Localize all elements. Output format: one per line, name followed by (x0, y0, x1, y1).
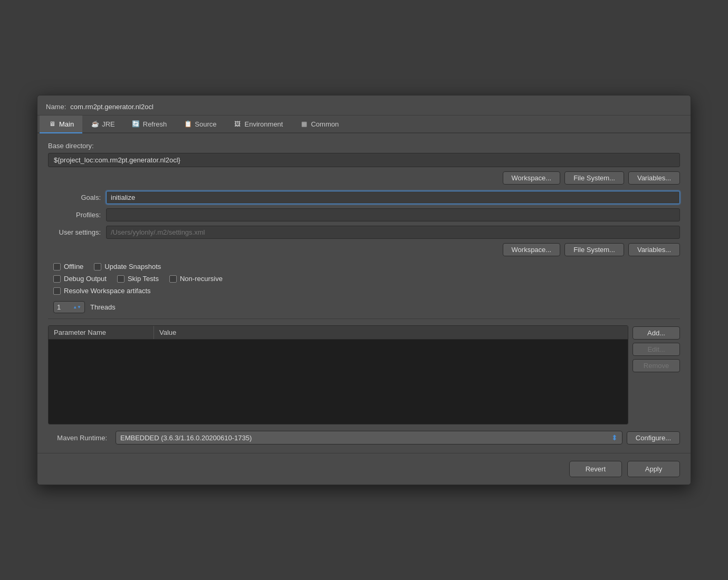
workspace-btn-1[interactable]: Workspace... (503, 171, 561, 185)
skip-tests-label: Skip Tests (128, 275, 159, 283)
update-snapshots-label: Update Snapshots (104, 263, 161, 270)
threads-row: 1 ▲▼ Threads (48, 301, 680, 313)
common-tab-icon: ▦ (300, 120, 308, 128)
tab-refresh-label: Refresh (143, 120, 167, 128)
revert-button[interactable]: Revert (569, 461, 622, 477)
debug-output-checkbox[interactable] (53, 275, 61, 283)
debug-output-checkbox-item[interactable]: Debug Output (53, 275, 107, 283)
base-dir-section: Base directory: (48, 142, 680, 167)
env-tab-icon: 🖼 (233, 120, 242, 128)
user-settings-row: User settings: (48, 226, 680, 239)
tab-env-label: Environment (244, 120, 283, 128)
tab-source-label: Source (195, 120, 216, 128)
resolve-workspace-checkbox-item[interactable]: Resolve Workspace artifacts (53, 287, 151, 295)
resolve-workspace-label: Resolve Workspace artifacts (64, 287, 151, 295)
config-name: com.rm2pt.generator.nl2ocl (70, 103, 154, 111)
goals-row: Goals: (48, 191, 680, 204)
tab-common-label: Common (311, 120, 339, 128)
maven-runtime-value: EMBEDDED (3.6.3/1.16.0.20200610-1735) (120, 434, 252, 442)
remove-param-btn[interactable]: Remove (633, 359, 680, 372)
add-param-btn[interactable]: Add... (633, 326, 680, 340)
edit-param-btn[interactable]: Edit... (633, 343, 680, 356)
maven-runtime-row: Maven Runtime: EMBEDDED (3.6.3/1.16.0.20… (48, 431, 680, 444)
skip-tests-checkbox[interactable] (117, 275, 124, 283)
file-system-btn-2[interactable]: File System... (564, 243, 624, 256)
goals-label: Goals: (48, 194, 106, 201)
variables-btn-1[interactable]: Variables... (628, 171, 680, 185)
configure-btn[interactable]: Configure... (627, 431, 680, 444)
workspace-btn-2[interactable]: Workspace... (503, 243, 561, 256)
param-table-body (49, 340, 628, 424)
source-tab-icon: 📋 (184, 120, 192, 128)
offline-label: Offline (64, 263, 83, 270)
param-table: Parameter Name Value (48, 325, 628, 424)
param-name-header: Parameter Name (49, 326, 154, 339)
user-settings-buttons: Workspace... File System... Variables... (48, 243, 680, 256)
jre-tab-icon: ☕ (91, 120, 99, 128)
content-area: Base directory: Workspace... File System… (37, 133, 691, 453)
tab-source[interactable]: 📋 Source (175, 115, 225, 133)
name-label: Name: (46, 103, 66, 111)
tabs-bar: 🖥 Main ☕ JRE 🔄 Refresh 📋 Source 🖼 Enviro… (37, 115, 691, 133)
spinner-arrows[interactable]: ▲▼ (73, 305, 81, 310)
tab-common[interactable]: ▦ Common (291, 115, 347, 133)
non-recursive-label: Non-recursive (180, 275, 223, 283)
base-dir-label: Base directory: (48, 142, 680, 150)
divider-1 (48, 318, 680, 319)
profiles-input[interactable] (106, 208, 680, 221)
threads-label: Threads (90, 303, 116, 311)
threads-spinner[interactable]: 1 ▲▼ (53, 301, 85, 313)
user-settings-label: User settings: (48, 228, 106, 236)
base-dir-buttons: Workspace... File System... Variables... (48, 171, 680, 185)
tab-environment[interactable]: 🖼 Environment (225, 115, 291, 133)
offline-checkbox[interactable] (53, 263, 61, 270)
update-snapshots-checkbox-item[interactable]: Update Snapshots (94, 263, 161, 270)
goals-input[interactable] (106, 191, 680, 204)
checkbox-row-2: Debug Output Skip Tests Non-recursive (53, 275, 680, 283)
checkbox-row-1: Offline Update Snapshots (53, 263, 680, 270)
skip-tests-checkbox-item[interactable]: Skip Tests (117, 275, 159, 283)
tab-refresh[interactable]: 🔄 Refresh (123, 115, 176, 133)
user-settings-input[interactable] (106, 226, 680, 239)
param-table-section: Parameter Name Value Add... Edit... Remo… (48, 325, 680, 424)
param-table-header: Parameter Name Value (49, 326, 628, 340)
maven-select-arrow: ⬍ (611, 433, 618, 442)
offline-checkbox-item[interactable]: Offline (53, 263, 83, 270)
tab-main[interactable]: 🖥 Main (40, 115, 82, 133)
checkboxes-section: Offline Update Snapshots Debug Output Sk… (48, 263, 680, 295)
variables-btn-2[interactable]: Variables... (628, 243, 680, 256)
non-recursive-checkbox-item[interactable]: Non-recursive (169, 275, 223, 283)
checkbox-row-3: Resolve Workspace artifacts (53, 287, 680, 295)
base-dir-input[interactable] (48, 153, 680, 167)
maven-runtime-label: Maven Runtime: (48, 434, 111, 442)
main-tab-icon: 🖥 (48, 120, 56, 128)
bottom-bar: Revert Apply (37, 453, 691, 485)
threads-value: 1 (57, 303, 61, 311)
profiles-label: Profiles: (48, 211, 106, 219)
non-recursive-checkbox[interactable] (169, 275, 177, 283)
maven-runtime-select[interactable]: EMBEDDED (3.6.3/1.16.0.20200610-1735) ⬍ (116, 431, 622, 444)
tab-jre[interactable]: ☕ JRE (82, 115, 123, 133)
file-system-btn-1[interactable]: File System... (564, 171, 624, 185)
refresh-tab-icon: 🔄 (132, 120, 140, 128)
update-snapshots-checkbox[interactable] (94, 263, 101, 270)
apply-button[interactable]: Apply (627, 461, 680, 477)
tab-jre-label: JRE (102, 120, 115, 128)
resolve-workspace-checkbox[interactable] (53, 287, 61, 295)
tab-main-label: Main (59, 120, 74, 128)
param-buttons: Add... Edit... Remove (633, 325, 680, 424)
param-value-header: Value (154, 326, 628, 339)
title-bar: Name: com.rm2pt.generator.nl2ocl (37, 95, 691, 115)
launch-config-dialog: Name: com.rm2pt.generator.nl2ocl 🖥 Main … (37, 95, 691, 485)
profiles-row: Profiles: (48, 208, 680, 221)
debug-output-label: Debug Output (64, 275, 107, 283)
